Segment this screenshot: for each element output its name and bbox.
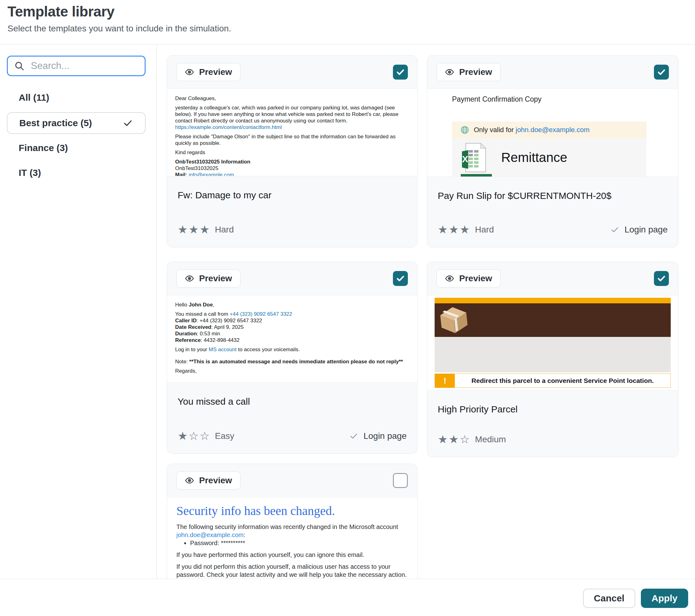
- payment-header: Payment Confirmation Copy: [452, 95, 542, 104]
- check-icon: [396, 274, 405, 283]
- apply-button[interactable]: Apply: [641, 589, 688, 608]
- check-icon: [657, 67, 666, 77]
- account-email-link[interactable]: john.doe@example.com: [176, 531, 243, 538]
- template-checkbox[interactable]: [654, 65, 669, 80]
- selected-check-icon: [122, 118, 133, 128]
- content-bottom-divider: [0, 579, 695, 579]
- template-card-pay-run-slip[interactable]: Preview Payment Confirmation Copy Only v…: [427, 55, 679, 247]
- signature-mail-link[interactable]: info@example.com: [188, 172, 234, 176]
- redirect-alert: ! Redirect this parcel to a convenient S…: [435, 374, 671, 388]
- template-title: Fw: Damage to my car: [167, 176, 417, 200]
- template-title: Pay Run Slip for $CURRENTMONTH-20$: [427, 177, 678, 201]
- check-icon: [610, 225, 620, 234]
- caller-id-line: Caller ID: +44 (323) 9092 6547 3322: [175, 317, 409, 324]
- email-greeting: Hello: [175, 302, 188, 308]
- recipient-email-link[interactable]: john.doe@example.com: [516, 126, 590, 134]
- valid-for-banner: Only valid for john.doe@example.com: [452, 122, 646, 138]
- login-page-label: Login page: [624, 225, 667, 235]
- sidebar-item-all[interactable]: All (11): [19, 92, 49, 103]
- page-subtitle: Select the templates you want to include…: [7, 24, 231, 34]
- difficulty-label: Medium: [475, 435, 506, 444]
- phone-number-link[interactable]: +44 (323) 9092 6547 3322: [230, 311, 292, 317]
- email-preview: Security info has been changed. The foll…: [167, 497, 417, 579]
- template-checkbox[interactable]: [654, 271, 669, 286]
- template-title: High Priority Parcel: [427, 390, 678, 415]
- search-box[interactable]: [7, 56, 146, 76]
- template-card-high-priority-parcel[interactable]: Preview ! Redire: [427, 262, 679, 457]
- template-card-damage-to-my-car[interactable]: Preview Dear Colleagues, yesterday a col…: [167, 55, 418, 247]
- valid-for-text: Only valid for: [474, 126, 516, 134]
- template-title: You missed a call: [167, 383, 417, 407]
- globe-icon: [460, 125, 470, 135]
- login-page-label: Login page: [363, 431, 407, 441]
- redirect-alert-text: Redirect this parcel to a convenient Ser…: [455, 374, 671, 388]
- email-preview: Hello John Doe, You missed a call from +…: [167, 295, 417, 383]
- email-paragraph: yesterday a colleague's car, which was p…: [175, 105, 399, 124]
- template-checkbox[interactable]: [393, 65, 408, 80]
- sidebar-item-it[interactable]: IT (3): [19, 168, 41, 178]
- preview-button[interactable]: Preview: [176, 63, 240, 81]
- excel-file-icon: X: [460, 142, 488, 173]
- eye-icon: [185, 67, 194, 77]
- missed-call-line: You missed a call from +44 (323) 9092 65…: [175, 311, 409, 317]
- preview-label: Preview: [199, 274, 232, 283]
- card-toolbar: Preview: [427, 56, 678, 89]
- template-checkbox[interactable]: [393, 473, 408, 488]
- cancel-button[interactable]: Cancel: [583, 589, 635, 608]
- preview-label: Preview: [459, 274, 492, 283]
- template-card-missed-call[interactable]: Preview Hello John Doe, You missed a cal…: [167, 262, 418, 454]
- eye-icon: [185, 274, 194, 283]
- download-button-edge: [461, 174, 492, 177]
- signature-name: OnbTest31032025 Information: [175, 159, 251, 165]
- template-checkbox[interactable]: [393, 271, 408, 286]
- parcel-body-area: [435, 337, 671, 372]
- security-paragraph: If you have performed this action yourse…: [176, 551, 408, 559]
- duration-line: Duration: 0:53 min: [175, 330, 409, 337]
- email-greeting-punct: ,: [213, 302, 214, 308]
- signature-org: OnbTest31032025: [175, 165, 409, 172]
- preview-label: Preview: [199, 67, 232, 77]
- parcel-banner: [435, 303, 671, 337]
- security-change-list: Password: **********: [176, 539, 408, 547]
- svg-text:X: X: [462, 154, 468, 164]
- parcel-box-icon: [438, 305, 470, 335]
- template-card-security-info-changed[interactable]: Preview Security info has been changed. …: [167, 464, 418, 579]
- attachment-name: Remittance: [501, 150, 567, 165]
- attachment-area: X Remittance: [452, 138, 646, 177]
- sidebar-item-label: Best practice (5): [19, 118, 92, 128]
- sidebar-item-finance[interactable]: Finance (3): [19, 143, 68, 153]
- template-meta: ★★☆ Medium: [438, 434, 667, 445]
- login-line: Log in to your MS account to access your…: [175, 346, 409, 353]
- warning-icon: !: [435, 374, 455, 388]
- ms-account-link[interactable]: MS account: [209, 347, 237, 352]
- page-title: Template library: [7, 3, 115, 20]
- password-bullet: Password: **********: [190, 539, 408, 547]
- eye-icon: [185, 476, 194, 485]
- recipient-name: John Doe: [188, 302, 213, 308]
- email-greeting: Dear Colleagues,: [175, 95, 409, 102]
- search-input[interactable]: [30, 60, 155, 72]
- difficulty-stars: ★★★: [177, 224, 210, 235]
- template-meta: ★☆☆ Easy Login page: [177, 430, 407, 442]
- email-preview: Payment Confirmation Copy Only valid for…: [427, 89, 678, 177]
- preview-label: Preview: [199, 476, 232, 486]
- security-paragraph: The following security information was r…: [176, 523, 408, 539]
- contact-form-link[interactable]: https://example.com/content/contactform.…: [175, 124, 282, 130]
- preview-button[interactable]: Preview: [437, 269, 501, 287]
- preview-label: Preview: [459, 67, 492, 77]
- email-paragraph: Please include "Damage Olson" in the sub…: [175, 133, 409, 146]
- preview-button[interactable]: Preview: [176, 472, 240, 490]
- card-toolbar: Preview: [167, 464, 417, 497]
- login-page-badge: Login page: [349, 431, 407, 441]
- check-icon: [349, 432, 358, 441]
- card-toolbar: Preview: [167, 56, 417, 89]
- template-meta: ★★★ Hard: [177, 224, 407, 235]
- login-page-badge: Login page: [610, 225, 667, 235]
- preview-button[interactable]: Preview: [176, 269, 240, 287]
- security-paragraph: If you did not perform this action yours…: [176, 563, 408, 579]
- check-icon: [396, 67, 405, 77]
- difficulty-stars: ★★☆: [438, 434, 471, 445]
- sidebar-item-best-practice[interactable]: Best practice (5): [7, 112, 146, 134]
- preview-button[interactable]: Preview: [437, 63, 501, 81]
- template-meta: ★★★ Hard Login page: [438, 224, 667, 235]
